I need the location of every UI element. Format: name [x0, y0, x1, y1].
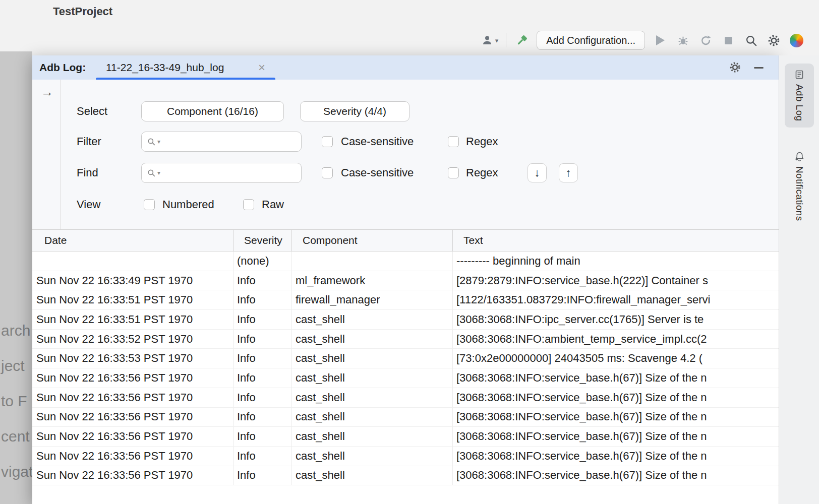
cell-text: [1122/163351.083729:INFO:firewall_manage… — [452, 290, 779, 309]
log-table-row[interactable]: Sun Nov 22 16:33:51 PST 1970 Info cast_s… — [32, 310, 779, 330]
find-input[interactable] — [162, 167, 296, 179]
find-row: Find ▾ Case-sensitive Regex ↓ ↑ — [32, 163, 779, 183]
cell-component — [291, 251, 452, 271]
filter-regex-label: Regex — [466, 132, 498, 152]
find-input-wrapper: ▾ — [141, 163, 302, 183]
select-row: Select Component (16/16) Severity (4/4) — [32, 101, 779, 121]
stripe-tab-notifications[interactable]: Notifications — [785, 145, 814, 227]
cell-date: Sun Nov 22 16:33:56 PST 1970 — [32, 447, 233, 466]
tool-window-header: Adb Log: 11-22_16-33-49_hub_log × — [32, 55, 779, 80]
raw-label: Raw — [262, 195, 284, 215]
log-table-row[interactable]: (none) --------- beginning of main — [32, 251, 779, 271]
raw-checkbox[interactable] — [243, 199, 254, 210]
build-hammer-button[interactable] — [514, 31, 529, 50]
settings-button[interactable] — [766, 31, 781, 50]
log-table-row[interactable]: Sun Nov 22 16:33:56 PST 1970 Info cast_s… — [32, 447, 779, 466]
log-file-tab[interactable]: 11-22_16-33-49_hub_log × — [96, 55, 275, 80]
cell-severity: Info — [233, 349, 291, 368]
panel-settings-button[interactable] — [729, 61, 741, 74]
log-document-icon — [794, 70, 804, 80]
cell-severity: Info — [233, 330, 291, 349]
numbered-checkbox[interactable] — [144, 199, 155, 210]
user-account-button[interactable]: ▾ — [481, 31, 499, 50]
search-icon — [147, 137, 156, 146]
cell-text: [3068:3068:INFO:service_base.h(67)] Size… — [452, 427, 779, 446]
log-table-header: Date Severity Component Text — [32, 230, 779, 251]
find-label: Find — [77, 163, 98, 183]
adb-log-tool-window: Adb Log: 11-22_16-33-49_hub_log × → Sele… — [32, 55, 779, 504]
find-regex-label: Regex — [466, 163, 498, 183]
column-header-date[interactable]: Date — [32, 230, 233, 251]
minimize-icon[interactable] — [754, 67, 764, 69]
cell-text: --------- beginning of main — [452, 251, 779, 271]
profiler-button[interactable] — [698, 31, 713, 50]
chevron-down-icon[interactable]: ▾ — [157, 138, 160, 145]
cell-text: [3068:3068:INFO:service_base.h(67)] Size… — [452, 466, 779, 485]
cell-severity: Info — [233, 310, 291, 329]
cell-text: [3068:3068:INFO:service_base.h(67)] Size… — [452, 447, 779, 466]
cell-component: cast_shell — [291, 388, 452, 407]
filter-regex-checkbox[interactable] — [448, 136, 459, 147]
cell-severity: Info — [233, 368, 291, 388]
cell-severity: Info — [233, 271, 291, 290]
log-file-tab-title: 11-22_16-33-49_hub_log — [106, 61, 252, 74]
find-previous-button[interactable]: ↑ — [559, 163, 578, 182]
background-text-fragment: vigat — [1, 463, 32, 480]
search-everywhere-button[interactable] — [743, 31, 758, 50]
cell-severity: Info — [233, 427, 291, 446]
cell-text: [3068:3068:INFO:service_base.h(67)] Size… — [452, 388, 779, 407]
filter-input[interactable] — [162, 136, 296, 148]
stop-button[interactable] — [721, 31, 736, 50]
settings-gear-icon — [767, 34, 781, 47]
log-table-body: (none) --------- beginning of main Sun N… — [32, 251, 779, 504]
debug-bug-icon — [677, 34, 689, 47]
close-icon[interactable]: × — [258, 61, 265, 74]
find-case-sensitive-checkbox[interactable] — [322, 167, 333, 178]
stripe-tab-adb-log[interactable]: Adb Log — [785, 64, 814, 128]
log-table-row[interactable]: Sun Nov 22 16:33:56 PST 1970 Info cast_s… — [32, 368, 779, 388]
severity-filter-button[interactable]: Severity (4/4) — [300, 101, 410, 121]
tool-window-title: Adb Log: — [39, 55, 86, 80]
chevron-down-icon: ▾ — [495, 37, 499, 44]
cell-date: Sun Nov 22 16:33:56 PST 1970 — [32, 427, 233, 446]
cell-component: cast_shell — [291, 447, 452, 466]
log-table-row[interactable]: Sun Nov 22 16:33:56 PST 1970 Info cast_s… — [32, 408, 779, 427]
arrow-right-icon[interactable]: → — [41, 85, 53, 99]
cell-text: [3068:3068:INFO:service_base.h(67)] Size… — [452, 368, 779, 388]
log-table-row[interactable]: Sun Nov 22 16:33:51 PST 1970 Info firewa… — [32, 290, 779, 310]
cell-component: ml_framework — [291, 271, 452, 290]
column-header-component[interactable]: Component — [291, 230, 452, 251]
run-button[interactable] — [653, 31, 668, 50]
gear-icon — [729, 61, 741, 74]
cell-severity: (none) — [233, 251, 291, 271]
debug-button[interactable] — [675, 31, 690, 50]
background-text-fragment: arch — [1, 322, 30, 339]
cell-severity: Info — [233, 466, 291, 485]
component-filter-button[interactable]: Component (16/16) — [141, 101, 284, 121]
column-header-severity[interactable]: Severity — [233, 230, 291, 251]
chevron-down-icon[interactable]: ▾ — [157, 169, 160, 176]
cell-severity: Info — [233, 447, 291, 466]
cell-severity: Info — [233, 290, 291, 309]
cell-severity: Info — [233, 408, 291, 427]
find-regex-checkbox[interactable] — [448, 167, 459, 178]
filter-case-sensitive-checkbox[interactable] — [322, 136, 333, 147]
log-table-row[interactable]: Sun Nov 22 16:33:52 PST 1970 Info cast_s… — [32, 330, 779, 349]
dimmed-background-strip: arch ject to F cent vigat — [0, 51, 32, 504]
log-table-row[interactable]: Sun Nov 22 16:33:56 PST 1970 Info cast_s… — [32, 466, 779, 486]
filter-label: Filter — [77, 132, 101, 152]
log-table-row[interactable]: Sun Nov 22 16:33:56 PST 1970 Info cast_s… — [32, 388, 779, 408]
background-text-fragment: cent — [1, 428, 30, 445]
numbered-label: Numbered — [162, 195, 214, 215]
log-table-row[interactable]: Sun Nov 22 16:33:53 PST 1970 Info cast_s… — [32, 349, 779, 368]
add-configuration-button[interactable]: Add Configuration... — [537, 31, 645, 50]
find-next-button[interactable]: ↓ — [528, 163, 547, 182]
assistant-button[interactable] — [789, 31, 804, 50]
cell-component: cast_shell — [291, 368, 452, 388]
log-table-row[interactable]: Sun Nov 22 16:33:56 PST 1970 Info cast_s… — [32, 427, 779, 447]
cell-component: cast_shell — [291, 466, 452, 485]
cell-component: cast_shell — [291, 330, 452, 349]
column-header-text[interactable]: Text — [452, 230, 779, 251]
filter-row: Filter ▾ Case-sensitive Regex — [32, 132, 779, 152]
log-table-row[interactable]: Sun Nov 22 16:33:49 PST 1970 Info ml_fra… — [32, 271, 779, 291]
